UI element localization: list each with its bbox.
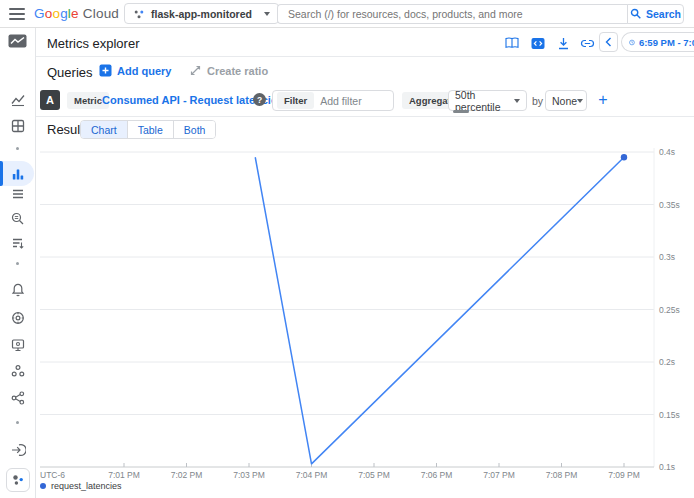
sidebar-item-list[interactable] [0, 186, 35, 202]
project-name: flask-app-monitored [151, 8, 252, 20]
add-query-button[interactable]: Add query [99, 64, 171, 77]
sidebar-item-alerting[interactable] [0, 282, 35, 298]
tab-table[interactable]: Table [128, 121, 174, 138]
chart-legend[interactable]: request_latencies [40, 481, 122, 491]
svg-text:7:03 PM: 7:03 PM [233, 470, 265, 480]
svg-text:7:01 PM: 7:01 PM [108, 470, 140, 480]
page-title: Metrics explorer [47, 36, 139, 51]
time-range-back-button[interactable] [599, 32, 618, 52]
chevron-down-icon [514, 99, 520, 103]
chevron-left-icon [605, 37, 612, 47]
sidebar-item-overview[interactable] [0, 92, 35, 108]
svg-text:UTC-6: UTC-6 [40, 470, 65, 480]
svg-text:7:06 PM: 7:06 PM [421, 470, 453, 480]
search-input[interactable] [278, 8, 628, 20]
clock-icon [629, 37, 635, 48]
sidebar-item-sort-trace[interactable] [0, 235, 35, 251]
separator-dot [0, 147, 35, 150]
svg-text:7:05 PM: 7:05 PM [358, 470, 390, 480]
chevron-down-icon [577, 99, 583, 103]
by-label: by [532, 95, 543, 107]
queries-section-header: Queries Add query Create ratio [36, 57, 694, 85]
more-services-box [6, 468, 30, 492]
code-box-icon[interactable] [530, 35, 546, 51]
metric-dropdown[interactable]: Consumed API - Request latencies [102, 94, 295, 106]
sidebar-item-groups[interactable] [0, 363, 35, 379]
scroll-indicator [453, 110, 469, 113]
search-button-label: Search [646, 8, 681, 20]
search-icon [630, 8, 642, 20]
monitoring-product-icon [0, 34, 35, 48]
help-icon[interactable]: ? [253, 93, 266, 106]
line-chart-canvas: 0.4s0.35s0.3s0.25s0.2s0.15s0.1s7:01 PM7:… [36, 140, 694, 485]
sidebar-item-settings[interactable] [0, 310, 35, 326]
svg-text:7:07 PM: 7:07 PM [483, 470, 515, 480]
svg-text:0.3s: 0.3s [659, 252, 675, 262]
download-icon[interactable] [555, 35, 571, 51]
title-bar: Metrics explorer 6:59 PM - 7:0 [36, 28, 694, 57]
svg-text:0.25s: 0.25s [659, 305, 680, 315]
ratio-arrows-icon [189, 64, 202, 77]
svg-text:0.2s: 0.2s [659, 357, 675, 367]
filter-placeholder: Add filter [320, 95, 361, 107]
sidebar-item-dashboards[interactable] [0, 118, 35, 134]
separator-dot [0, 421, 35, 424]
hamburger-menu-icon[interactable] [9, 8, 25, 20]
sidebar-item-log-search[interactable] [0, 211, 35, 227]
svg-text:0.35s: 0.35s [659, 200, 680, 210]
group-by-value: None [552, 95, 577, 107]
global-search [277, 4, 628, 24]
svg-text:0.4s: 0.4s [659, 147, 675, 157]
separator-dot [0, 262, 35, 265]
aggregation-dropdown[interactable]: 50th percentile [448, 90, 527, 111]
metrics-explorer-screen: GoogleCloud flask-app-monitored Search [0, 0, 694, 498]
legend-dot [40, 483, 46, 489]
query-builder-row: A Metric Consumed API - Request latencie… [36, 85, 694, 117]
google-wordmark: Google [34, 6, 79, 21]
group-by-dropdown[interactable]: None [545, 90, 587, 111]
latency-chart[interactable]: 0.4s0.35s0.3s0.25s0.2s0.15s0.1s7:01 PM7:… [36, 140, 694, 498]
aggregation-value: 50th percentile [455, 89, 514, 113]
legend-label: request_latencies [51, 481, 122, 491]
link-icon[interactable] [579, 35, 595, 51]
time-range-text: 6:59 PM - 7:0 [639, 37, 694, 48]
cloud-wordmark: Cloud [83, 6, 119, 21]
create-ratio-label: Create ratio [207, 65, 268, 77]
svg-text:0.1s: 0.1s [659, 462, 675, 472]
filter-input[interactable]: Filter Add filter [272, 90, 394, 111]
book-icon[interactable] [504, 35, 520, 51]
svg-text:0.15s: 0.15s [659, 410, 680, 420]
tab-both[interactable]: Both [174, 121, 216, 138]
add-aggregation-button[interactable]: + [592, 89, 614, 111]
plus-square-icon [99, 64, 112, 77]
create-ratio-button[interactable]: Create ratio [189, 64, 268, 77]
project-selector[interactable]: flask-app-monitored [124, 3, 279, 24]
sidebar-item-uptime-checks[interactable] [0, 337, 35, 353]
queries-title: Queries [47, 65, 93, 80]
svg-text:7:08 PM: 7:08 PM [546, 470, 578, 480]
project-icon [133, 8, 145, 20]
query-letter-badge: A [40, 90, 60, 110]
tab-chart[interactable]: Chart [81, 121, 128, 138]
results-section-header: Results Chart Table Both [36, 117, 694, 140]
top-bar: GoogleCloud flask-app-monitored Search [0, 0, 694, 28]
time-range-selector[interactable]: 6:59 PM - 7:0 [621, 32, 694, 52]
svg-text:7:02 PM: 7:02 PM [171, 470, 203, 480]
chevron-down-icon [264, 12, 270, 16]
google-cloud-logo[interactable]: GoogleCloud [34, 6, 119, 21]
sidebar-item-integrations[interactable] [0, 442, 35, 458]
left-nav-sidebar [0, 28, 35, 498]
add-query-label: Add query [117, 65, 171, 77]
filter-chip-label: Filter [277, 92, 314, 109]
results-view-tabs: Chart Table Both [80, 120, 216, 139]
search-button[interactable]: Search [627, 4, 684, 24]
sidebar-item-share-graph[interactable] [0, 390, 35, 406]
svg-text:7:09 PM: 7:09 PM [608, 470, 640, 480]
sidebar-item-metrics-explorer[interactable] [0, 166, 35, 182]
sidebar-item-more-services[interactable] [0, 468, 35, 492]
svg-text:7:04 PM: 7:04 PM [296, 470, 328, 480]
